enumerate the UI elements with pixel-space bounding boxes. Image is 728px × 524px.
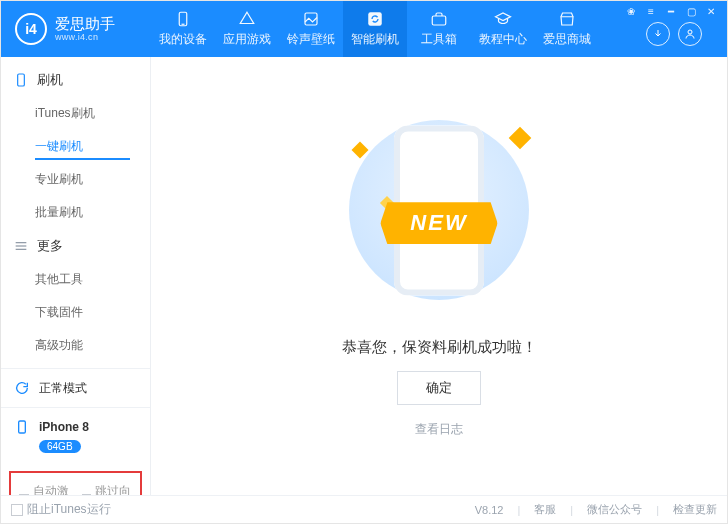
- window-controls: ❀ ≡ ━ ▢ ✕: [621, 1, 721, 17]
- brand-logo-icon: i4: [15, 13, 47, 45]
- apps-icon: [238, 10, 256, 28]
- sidebar-group-more: 更多: [1, 229, 150, 263]
- svg-rect-6: [18, 74, 25, 86]
- brand-url: www.i4.cn: [55, 33, 115, 42]
- phone-icon: [13, 418, 31, 436]
- store-icon: [558, 10, 576, 28]
- support-link[interactable]: 客服: [534, 502, 556, 517]
- sidebar-item-pro-flash[interactable]: 专业刷机: [1, 163, 150, 196]
- sidebar-item-batch-flash[interactable]: 批量刷机: [1, 196, 150, 229]
- sidebar-bottom: 正常模式 iPhone 8 64GB 自动激活 跳过向导: [1, 368, 150, 495]
- tab-store[interactable]: 爱思商城: [535, 1, 599, 57]
- phone-icon: [174, 10, 192, 28]
- app-window: i4 爱思助手 www.i4.cn 我的设备 应用游戏 铃声壁纸 智能刷机: [0, 0, 728, 524]
- skin-icon[interactable]: ❀: [625, 5, 637, 17]
- storage-badge: 64GB: [39, 440, 81, 453]
- tab-apps[interactable]: 应用游戏: [215, 1, 279, 57]
- version-label: V8.12: [475, 504, 504, 516]
- svg-rect-4: [432, 16, 446, 25]
- tab-flash[interactable]: 智能刷机: [343, 1, 407, 57]
- download-icon: [652, 28, 664, 40]
- brand: i4 爱思助手 www.i4.cn: [1, 13, 151, 45]
- svg-rect-3: [368, 12, 382, 26]
- device-mode: 正常模式: [39, 380, 87, 397]
- status-bar: 阻止iTunes运行 V8.12 | 客服 | 微信公众号 | 检查更新: [1, 495, 727, 523]
- sidebar-group-flash: 刷机: [1, 63, 150, 97]
- sidebar-item-itunes-flash[interactable]: iTunes刷机: [1, 97, 150, 130]
- list-icon: [13, 238, 29, 254]
- block-itunes-checkbox[interactable]: 阻止iTunes运行: [11, 501, 111, 518]
- device-row[interactable]: iPhone 8 64GB: [1, 408, 150, 463]
- check-update-link[interactable]: 检查更新: [673, 502, 717, 517]
- auto-activate-checkbox[interactable]: 自动激活: [19, 483, 70, 495]
- svg-point-5: [688, 30, 692, 34]
- device-mode-row[interactable]: 正常模式: [1, 369, 150, 408]
- image-icon: [302, 10, 320, 28]
- view-log-link[interactable]: 查看日志: [415, 421, 463, 438]
- sidebar: 刷机 iTunes刷机 一键刷机 专业刷机 批量刷机 更多 其他工具 下载固件 …: [1, 57, 151, 495]
- hat-icon: [494, 10, 512, 28]
- skip-guide-checkbox[interactable]: 跳过向导: [82, 483, 133, 495]
- header-right: [640, 22, 708, 46]
- refresh-icon: [366, 10, 384, 28]
- sidebar-item-download-fw[interactable]: 下载固件: [1, 296, 150, 329]
- result-panel: NEW 恭喜您，保资料刷机成功啦！ 确定 查看日志: [151, 57, 727, 495]
- menu-icon[interactable]: ≡: [645, 5, 657, 17]
- tab-toolbox[interactable]: 工具箱: [407, 1, 471, 57]
- user-icon: [684, 28, 696, 40]
- device-name: iPhone 8: [39, 420, 89, 434]
- wechat-link[interactable]: 微信公众号: [587, 502, 642, 517]
- brand-name: 爱思助手: [55, 16, 115, 31]
- user-button[interactable]: [678, 22, 702, 46]
- body: 刷机 iTunes刷机 一键刷机 专业刷机 批量刷机 更多 其他工具 下载固件 …: [1, 57, 727, 495]
- toolbox-icon: [430, 10, 448, 28]
- sidebar-item-other-tools[interactable]: 其他工具: [1, 263, 150, 296]
- success-illustration: NEW: [324, 114, 554, 324]
- download-button[interactable]: [646, 22, 670, 46]
- top-nav: 我的设备 应用游戏 铃声壁纸 智能刷机 工具箱 教程中心: [151, 1, 621, 57]
- minimize-icon[interactable]: ━: [665, 5, 677, 17]
- refresh-icon: [13, 379, 31, 397]
- tab-ringtone[interactable]: 铃声壁纸: [279, 1, 343, 57]
- close-icon[interactable]: ✕: [705, 5, 717, 17]
- phone-icon: [13, 72, 29, 88]
- ok-button[interactable]: 确定: [397, 371, 481, 405]
- sidebar-item-advanced[interactable]: 高级功能: [1, 329, 150, 362]
- success-message: 恭喜您，保资料刷机成功啦！: [342, 338, 537, 357]
- svg-rect-10: [19, 421, 26, 433]
- main: NEW 恭喜您，保资料刷机成功啦！ 确定 查看日志: [151, 57, 727, 495]
- sidebar-item-oneclick-flash[interactable]: 一键刷机: [1, 130, 150, 163]
- tab-tutorial[interactable]: 教程中心: [471, 1, 535, 57]
- maximize-icon[interactable]: ▢: [685, 5, 697, 17]
- title-bar: i4 爱思助手 www.i4.cn 我的设备 应用游戏 铃声壁纸 智能刷机: [1, 1, 727, 57]
- tab-my-device[interactable]: 我的设备: [151, 1, 215, 57]
- flash-options-box: 自动激活 跳过向导: [9, 471, 142, 495]
- new-ribbon: NEW: [380, 202, 497, 244]
